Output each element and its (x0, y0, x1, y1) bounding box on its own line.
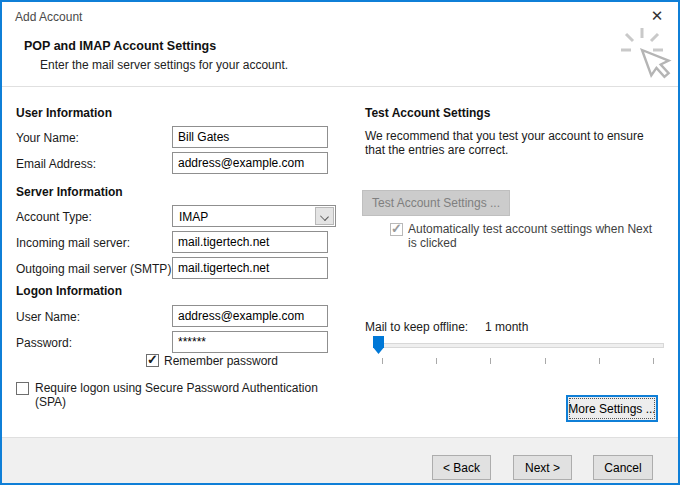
slider-tick (436, 358, 437, 364)
user-name-input[interactable] (172, 305, 328, 327)
dropdown-arrow-button[interactable] (315, 207, 334, 225)
outgoing-server-input[interactable] (172, 257, 328, 279)
spa-label: Require logon using Secure Password Auth… (35, 381, 347, 409)
footer-bar (2, 437, 678, 483)
slider-tick (545, 358, 546, 364)
remember-password-checkbox[interactable]: ✓ (146, 354, 159, 367)
slider-tick (599, 358, 600, 364)
more-settings-button-label: More Settings ... (568, 402, 655, 416)
your-name-label: Your Name: (16, 131, 79, 145)
title-bar: Add Account ✕ (2, 2, 678, 32)
user-name-label: User Name: (16, 310, 80, 324)
test-account-settings-heading: Test Account Settings (365, 106, 490, 120)
header-divider (2, 86, 678, 87)
account-type-value: IMAP (179, 210, 208, 224)
test-account-settings-button-label: Test Account Settings ... (372, 196, 500, 210)
mail-offline-value: 1 month (485, 320, 528, 334)
chevron-down-icon (320, 212, 329, 221)
back-button[interactable]: < Back (432, 455, 491, 480)
email-address-input[interactable] (172, 152, 328, 174)
next-button[interactable]: Next > (513, 455, 572, 480)
offline-slider-thumb[interactable] (373, 336, 384, 354)
page-title: POP and IMAP Account Settings (24, 39, 216, 53)
back-button-label: < Back (443, 461, 480, 475)
page-subtitle: Enter the mail server settings for your … (40, 58, 288, 72)
server-information-heading: Server Information (16, 185, 123, 199)
account-type-label: Account Type: (16, 210, 92, 224)
slider-tick (653, 358, 654, 364)
test-account-description: We recommend that you test your account … (365, 129, 665, 157)
close-icon: ✕ (651, 7, 664, 25)
test-account-settings-button[interactable]: Test Account Settings ... (362, 190, 510, 216)
auto-test-label: Automatically test account settings when… (408, 222, 658, 250)
password-input[interactable] (172, 331, 328, 353)
close-button[interactable]: ✕ (636, 2, 678, 30)
email-address-label: Email Address: (16, 157, 96, 171)
user-information-heading: User Information (16, 106, 112, 120)
account-type-dropdown[interactable]: IMAP (172, 205, 336, 227)
auto-test-checkbox[interactable]: ✓ (390, 223, 403, 236)
remember-password-label: Remember password (164, 354, 278, 368)
click-cursor-icon (618, 28, 674, 88)
password-label: Password: (16, 336, 72, 350)
offline-slider-track[interactable] (374, 343, 664, 348)
check-icon: ✓ (391, 221, 402, 236)
next-button-label: Next > (525, 461, 560, 475)
slider-tick (382, 358, 383, 364)
spa-checkbox[interactable] (16, 382, 29, 395)
logon-information-heading: Logon Information (16, 284, 122, 298)
cancel-button-label: Cancel (604, 461, 641, 475)
cancel-button[interactable]: Cancel (593, 455, 653, 480)
incoming-server-label: Incoming mail server: (16, 236, 130, 250)
mail-offline-label: Mail to keep offline: (365, 320, 468, 334)
incoming-server-input[interactable] (172, 231, 328, 253)
outgoing-server-label: Outgoing mail server (SMTP): (16, 262, 175, 276)
add-account-dialog: Add Account ✕ POP and IMAP Account Setti… (0, 0, 680, 485)
more-settings-button[interactable]: More Settings ... (566, 395, 658, 422)
slider-tick (490, 358, 491, 364)
window-title: Add Account (15, 10, 82, 24)
your-name-input[interactable] (172, 126, 328, 148)
check-icon: ✓ (147, 352, 158, 367)
